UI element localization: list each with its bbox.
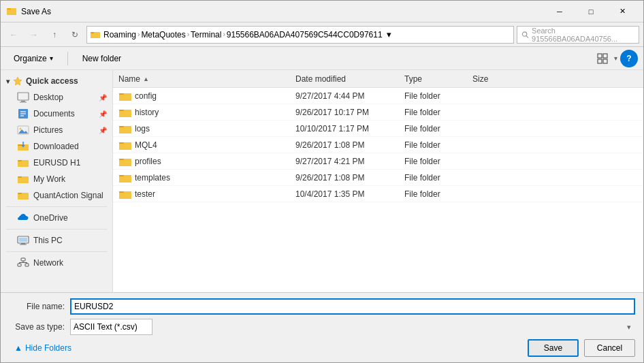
svg-rect-5 xyxy=(91,32,94,33)
cancel-button[interactable]: Cancel xyxy=(584,339,635,357)
file-date-cell: 9/26/2017 10:17 PM xyxy=(295,108,404,117)
folder-icon xyxy=(118,172,132,184)
table-row[interactable]: MQL4 9/26/2017 1:08 PM File folder xyxy=(113,137,643,153)
file-type-cell: File folder xyxy=(404,189,472,199)
view-dropdown-arrow[interactable]: ▾ xyxy=(614,54,617,62)
minimize-button[interactable]: ─ xyxy=(544,1,575,22)
svg-rect-11 xyxy=(603,59,607,63)
forward-button[interactable]: → xyxy=(25,26,43,44)
table-row[interactable]: config 9/27/2017 4:44 PM File folder xyxy=(113,88,643,104)
back-button[interactable]: ← xyxy=(5,26,22,44)
table-row[interactable]: logs 10/10/2017 1:17 PM File folder xyxy=(113,121,643,137)
sidebar-item-thispc[interactable]: This PC xyxy=(1,232,112,249)
sidebar-label-mywork: My Work xyxy=(33,174,65,184)
col-header-date[interactable]: Date modified xyxy=(295,74,404,84)
svg-rect-67 xyxy=(119,191,124,193)
search-icon xyxy=(521,31,529,39)
svg-rect-64 xyxy=(119,175,124,176)
address-path[interactable]: Roaming › MetaQuotes › Terminal › 915566… xyxy=(86,26,514,44)
filename-label: File name: xyxy=(9,302,70,311)
hide-folders-button[interactable]: ▲ Hide Folders xyxy=(9,342,77,354)
col-header-size[interactable]: Size xyxy=(472,74,527,84)
svg-rect-37 xyxy=(21,243,25,244)
folder-quantaction-icon xyxy=(17,189,29,202)
path-dropdown-button[interactable]: ▾ xyxy=(383,27,396,43)
save-button[interactable]: Save xyxy=(528,339,579,357)
folder-icon xyxy=(118,139,132,151)
folder-icon xyxy=(118,155,132,168)
col-header-type[interactable]: Type xyxy=(404,74,472,84)
up-button[interactable]: ↑ xyxy=(46,26,63,44)
sort-arrow: ▲ xyxy=(143,76,149,82)
svg-rect-57 xyxy=(119,144,131,150)
svg-point-21 xyxy=(20,128,22,130)
file-date-cell: 9/26/2017 1:08 PM xyxy=(295,140,404,150)
sidebar-item-network[interactable]: Network xyxy=(1,255,112,271)
file-date-cell: 9/26/2017 1:08 PM xyxy=(295,173,404,183)
sidebar-item-desktop[interactable]: Desktop 📌 xyxy=(1,89,112,106)
svg-line-7 xyxy=(526,35,528,37)
refresh-button[interactable]: ↻ xyxy=(66,26,84,44)
sidebar-item-documents[interactable]: Documents 📌 xyxy=(1,106,112,122)
svg-marker-12 xyxy=(14,77,22,85)
file-type-cell: File folder xyxy=(404,157,472,166)
dialog-icon xyxy=(6,6,17,17)
col-header-name[interactable]: Name ▲ xyxy=(118,74,295,84)
svg-rect-34 xyxy=(18,194,29,200)
sidebar-separator-3 xyxy=(6,251,107,252)
pin-icon-pictures: 📌 xyxy=(99,127,107,134)
sidebar-item-quantaction[interactable]: QuantAction Signal xyxy=(1,187,112,204)
organize-button[interactable]: Organize ▾ xyxy=(6,50,61,67)
sidebar-item-onedrive[interactable]: OneDrive xyxy=(1,210,112,226)
file-name-cell: tester xyxy=(118,188,295,200)
svg-rect-8 xyxy=(598,54,602,58)
savetype-row: Save as type: ASCII Text (*.csv) xyxy=(9,319,635,335)
svg-rect-13 xyxy=(18,93,29,100)
folder-icon xyxy=(118,123,132,135)
table-row[interactable]: history 9/26/2017 10:17 PM File folder xyxy=(113,104,643,121)
sidebar-separator-1 xyxy=(6,206,107,207)
desktop-icon xyxy=(17,91,29,104)
file-rows-container: config 9/27/2017 4:44 PM File folder his… xyxy=(113,88,643,202)
new-folder-button[interactable]: New folder xyxy=(75,50,129,67)
svg-rect-1 xyxy=(7,10,16,15)
table-row[interactable]: templates 9/26/2017 1:08 PM File folder xyxy=(113,170,643,186)
folder-icon xyxy=(118,106,132,119)
svg-rect-9 xyxy=(603,54,607,58)
thispc-icon xyxy=(17,234,29,247)
savetype-select[interactable]: ASCII Text (*.csv) xyxy=(70,319,152,335)
sidebar-item-eurusd[interactable]: EURUSD H1 xyxy=(1,155,112,171)
sidebar-item-mywork[interactable]: My Work xyxy=(1,171,112,187)
savetype-wrapper: ASCII Text (*.csv) xyxy=(70,319,635,335)
close-button[interactable]: ✕ xyxy=(607,1,638,22)
svg-rect-38 xyxy=(20,244,27,245)
sidebar-item-pictures[interactable]: Pictures 📌 xyxy=(1,122,112,138)
savetype-label: Save as type: xyxy=(9,322,70,332)
folder-icon xyxy=(118,90,132,102)
filename-input[interactable] xyxy=(70,298,635,315)
onedrive-icon xyxy=(17,212,29,224)
svg-rect-41 xyxy=(18,264,21,266)
file-name-cell: history xyxy=(118,106,295,119)
sidebar-item-downloaded[interactable]: Downloaded xyxy=(1,138,112,155)
bottom-area: File name: Save as type: ASCII Text (*.c… xyxy=(1,292,643,362)
maximize-button[interactable]: □ xyxy=(575,1,607,22)
hide-folders-chevron: ▲ xyxy=(14,343,22,353)
network-icon xyxy=(17,257,29,269)
svg-rect-58 xyxy=(119,142,124,144)
sidebar-label-network: Network xyxy=(33,258,63,268)
main-content: ▾ Quick access Desktop 📌 xyxy=(1,70,643,292)
quick-access-header[interactable]: ▾ Quick access xyxy=(1,73,112,89)
documents-icon xyxy=(17,108,29,120)
file-name-cell: templates xyxy=(118,172,295,184)
search-box[interactable]: Search 915566BA06ADA40756... xyxy=(517,26,639,44)
filename-row: File name: xyxy=(9,298,635,315)
window-controls: ─ □ ✕ xyxy=(544,1,638,22)
svg-rect-61 xyxy=(119,159,124,160)
table-row[interactable]: tester 10/4/2017 1:35 PM File folder xyxy=(113,186,643,202)
file-name-cell: profiles xyxy=(118,155,295,168)
help-button[interactable]: ? xyxy=(620,50,638,67)
view-options-button[interactable] xyxy=(594,50,611,67)
svg-rect-32 xyxy=(18,176,22,178)
table-row[interactable]: profiles 9/27/2017 4:21 PM File folder xyxy=(113,153,643,170)
